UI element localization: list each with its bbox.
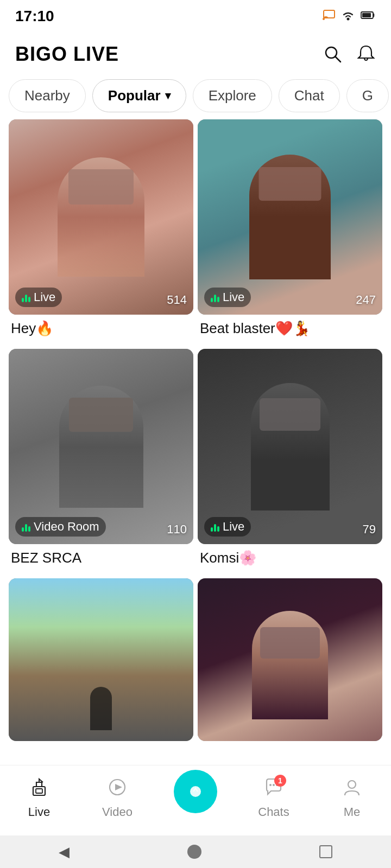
back-button[interactable]: ◀: [59, 844, 70, 860]
battery-icon: [361, 11, 376, 22]
stream-count-3: 110: [167, 522, 187, 537]
nav-item-record[interactable]: [156, 770, 235, 826]
chevron-down-icon: ▾: [165, 89, 171, 102]
svg-point-15: [348, 781, 356, 788]
cast-icon: [323, 9, 336, 23]
svg-rect-8: [36, 789, 42, 793]
stream-content: Live 514 Hey🔥: [0, 115, 391, 854]
stream-card-5[interactable]: [9, 578, 193, 741]
svg-point-13: [273, 784, 275, 786]
stream-title-3: BEZ SRCA: [9, 544, 193, 574]
nav-item-chats[interactable]: 1 Chats: [235, 777, 313, 819]
nav-label-chats: Chats: [258, 805, 289, 819]
live-bars-icon-3: [22, 522, 30, 532]
live-bars-icon-2: [211, 292, 219, 302]
bottom-nav: Live Video 1: [0, 765, 391, 835]
stream-thumb-6[interactable]: [198, 578, 382, 741]
tab-popular[interactable]: Popular ▾: [92, 79, 186, 112]
stream-badge-1: Live: [15, 288, 62, 307]
stream-title-1: Hey🔥: [9, 315, 193, 344]
stream-badge-2: Live: [204, 288, 251, 307]
home-button[interactable]: [187, 845, 201, 859]
stream-badge-3: Video Room: [15, 517, 106, 537]
nav-tabs: Nearby Popular ▾ Explore Chat G: [0, 76, 391, 115]
nav-item-me[interactable]: Me: [313, 777, 391, 819]
live-icon: [29, 777, 49, 802]
nav-label-me: Me: [344, 805, 361, 819]
stream-count-4: 79: [363, 522, 376, 537]
svg-marker-10: [115, 784, 122, 790]
tab-explore[interactable]: Explore: [193, 79, 272, 112]
record-button[interactable]: [174, 770, 217, 813]
nav-item-video[interactable]: Video: [78, 777, 156, 819]
notification-button[interactable]: [356, 44, 376, 65]
stream-count-2: 247: [356, 293, 376, 307]
stream-thumb-2[interactable]: Live 247: [198, 119, 382, 315]
stream-card-2[interactable]: Live 247 Beat blaster❤️💃: [198, 119, 382, 344]
svg-point-12: [269, 784, 272, 786]
header: BIGO LIVE: [0, 33, 391, 76]
tab-chat[interactable]: Chat: [279, 79, 340, 112]
wifi-icon: [341, 9, 355, 23]
stream-card-4[interactable]: Live 79 Komsi🌸: [198, 349, 382, 574]
stream-title-2: Beat blaster❤️💃: [198, 315, 382, 344]
stream-title-4: Komsi🌸: [198, 544, 382, 574]
status-bar: 17:10: [0, 0, 391, 33]
nav-label-live: Live: [28, 805, 50, 819]
chats-icon: 1: [263, 777, 284, 802]
search-button[interactable]: [323, 44, 343, 65]
stream-card-6[interactable]: [198, 578, 382, 741]
stream-thumb-3[interactable]: Video Room 110: [9, 349, 193, 544]
nav-item-live[interactable]: Live: [0, 777, 78, 819]
svg-line-6: [335, 56, 340, 62]
tab-games[interactable]: G: [346, 79, 389, 112]
stream-thumb-4[interactable]: Live 79: [198, 349, 382, 544]
tab-nearby[interactable]: Nearby: [9, 79, 86, 112]
nav-label-video: Video: [102, 805, 133, 819]
video-icon: [107, 777, 128, 802]
stream-card-3[interactable]: Video Room 110 BEZ SRCA: [9, 349, 193, 574]
svg-point-1: [323, 18, 325, 20]
app-logo: BIGO LIVE: [15, 43, 119, 66]
stream-thumb-5[interactable]: [9, 578, 193, 741]
header-action-icons: [323, 44, 376, 65]
system-nav: ◀: [0, 835, 391, 868]
stream-badge-4: Live: [204, 517, 251, 537]
svg-rect-7: [33, 787, 45, 795]
stream-count-1: 514: [167, 293, 187, 307]
me-icon: [342, 777, 362, 802]
chats-badge: 1: [274, 775, 286, 787]
live-bars-icon: [22, 292, 30, 302]
stream-grid: Live 514 Hey🔥: [0, 115, 391, 745]
status-time: 17:10: [15, 8, 54, 25]
stream-thumb-1[interactable]: Live 514: [9, 119, 193, 315]
recent-button[interactable]: [319, 845, 332, 858]
stream-card-1[interactable]: Live 514 Hey🔥: [9, 119, 193, 344]
svg-rect-4: [362, 13, 371, 17]
svg-point-2: [347, 18, 350, 21]
status-icons: [323, 9, 376, 23]
live-bars-icon-4: [211, 522, 219, 532]
